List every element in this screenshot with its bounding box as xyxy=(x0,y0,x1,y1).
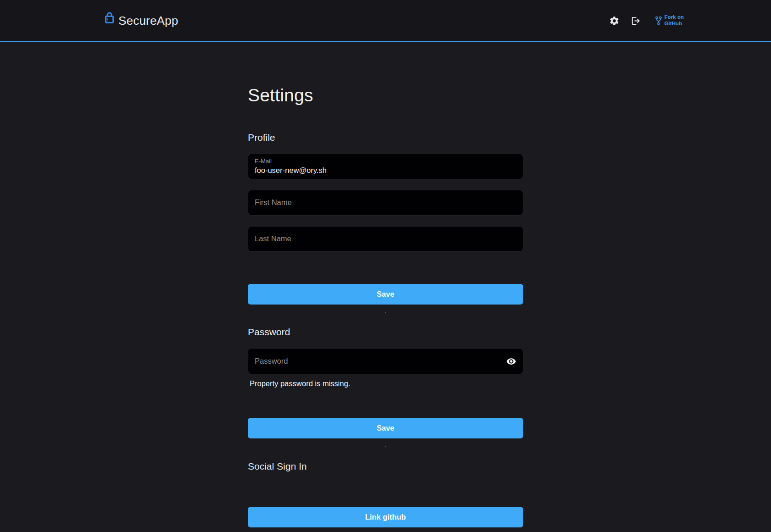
gear-icon xyxy=(609,16,620,26)
fork-on-github-link[interactable]: Fork on GitHub xyxy=(655,14,684,27)
settings-button[interactable]: _ xyxy=(608,15,620,27)
password-error-message: Property password is missing. xyxy=(250,379,523,388)
email-field-container: E-Mail xyxy=(248,154,523,179)
link-github-button[interactable]: Link github xyxy=(248,507,523,527)
fork-link-text: Fork on GitHub xyxy=(665,14,684,27)
underscore-accent: _ xyxy=(619,23,623,30)
password-section: Password Property password is missing. S… xyxy=(248,327,523,448)
email-input[interactable] xyxy=(255,166,516,175)
app-header: SecureApp _ xyxy=(0,0,771,42)
profile-heading: Profile xyxy=(248,132,523,143)
save-password-button[interactable]: Save xyxy=(248,418,523,438)
fork-link-line1: Fork on xyxy=(665,14,684,20)
save-profile-button[interactable]: Save xyxy=(248,284,523,305)
password-input[interactable] xyxy=(255,357,502,366)
app-name: SecureApp xyxy=(118,14,178,28)
header-actions: _ Fork on GitHub xyxy=(608,14,684,27)
logout-icon xyxy=(631,16,641,26)
password-divider-dot: . xyxy=(248,442,523,448)
profile-section: Profile E-Mail Save . xyxy=(248,132,523,314)
social-sign-in-section: Social Sign In Link github xyxy=(248,461,523,527)
settings-page: Settings Profile E-Mail Save . Password xyxy=(248,85,523,527)
first-name-input[interactable] xyxy=(255,198,516,207)
password-field-container xyxy=(248,348,523,374)
profile-divider-dot: . xyxy=(248,308,523,314)
first-name-field-container xyxy=(248,190,523,216)
page-title: Settings xyxy=(248,85,523,106)
last-name-input[interactable] xyxy=(255,234,516,243)
git-fork-icon xyxy=(655,16,662,25)
fork-link-line2: GitHub xyxy=(665,21,682,26)
eye-icon xyxy=(506,356,516,366)
app-logo[interactable]: SecureApp xyxy=(105,14,178,28)
toggle-password-visibility-button[interactable] xyxy=(506,356,516,366)
logout-button[interactable] xyxy=(630,15,642,27)
email-label: E-Mail xyxy=(255,158,516,165)
lock-icon xyxy=(105,17,114,24)
last-name-field-container xyxy=(248,226,523,252)
social-sign-in-heading: Social Sign In xyxy=(248,461,523,472)
password-heading: Password xyxy=(248,327,523,338)
